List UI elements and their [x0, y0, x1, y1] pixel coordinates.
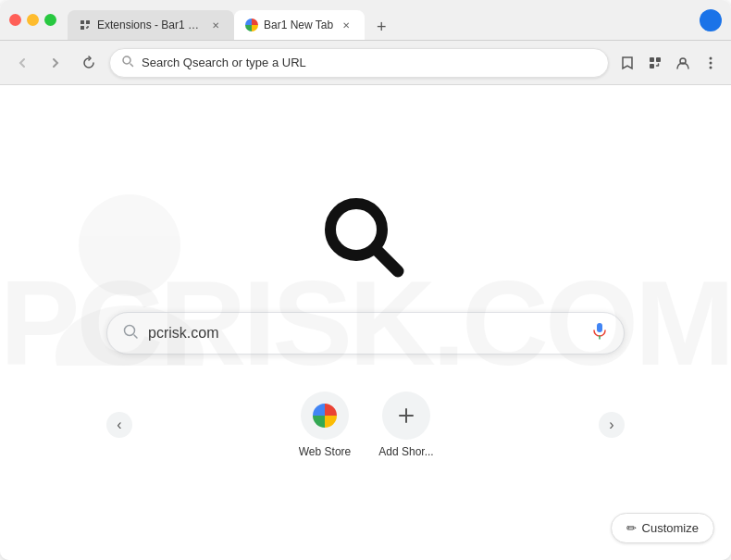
- newtab-content: PCRISK.COM: [0, 85, 731, 560]
- svg-point-10: [710, 66, 712, 68]
- svg-rect-6: [650, 64, 654, 68]
- tab-bar1-favicon: [245, 19, 258, 31]
- mic-icon[interactable]: [590, 321, 609, 344]
- shortcut-webstore-label: Web Store: [299, 445, 351, 458]
- shortcut-add[interactable]: Add Shor...: [373, 392, 440, 458]
- customize-label: Customize: [642, 521, 699, 535]
- minimize-window-button[interactable]: [27, 14, 39, 26]
- new-tab-button[interactable]: +: [368, 14, 394, 40]
- customize-button[interactable]: ✏ Customize: [611, 513, 714, 543]
- shortcut-add-icon: [382, 392, 430, 440]
- close-window-button[interactable]: [9, 14, 21, 26]
- svg-rect-15: [597, 323, 602, 332]
- bookmark-button[interactable]: [616, 52, 638, 74]
- svg-point-3: [123, 56, 130, 64]
- large-search-icon: [315, 188, 416, 293]
- address-search-icon: [121, 55, 134, 70]
- shortcuts-list: Web Store Add Shor...: [155, 392, 576, 458]
- shortcuts-prev-button[interactable]: ‹: [106, 412, 132, 438]
- shortcuts-area: ‹ Web Store Add: [106, 392, 625, 458]
- extensions-button[interactable]: [644, 52, 666, 74]
- address-text: Search Qsearch or type a URL: [142, 56, 597, 69]
- browser-profile-button[interactable]: [700, 9, 722, 31]
- search-box[interactable]: [106, 312, 625, 355]
- tab-extensions[interactable]: Extensions - Bar1 New Tab ✕: [68, 10, 234, 40]
- shortcut-webstore[interactable]: Web Store: [291, 392, 358, 458]
- shortcut-webstore-icon: [301, 392, 349, 440]
- svg-point-9: [710, 61, 712, 64]
- toolbar: Search Qsearch or type a URL: [0, 41, 731, 85]
- tab-bar1-title: Bar1 New Tab: [264, 19, 333, 31]
- customize-icon: ✏: [626, 521, 637, 535]
- tab-list: Extensions - Bar1 New Tab ✕ Bar1 New Tab…: [68, 0, 700, 40]
- back-button[interactable]: [9, 50, 35, 76]
- forward-button[interactable]: [43, 50, 68, 76]
- search-input[interactable]: [148, 325, 581, 342]
- profile-button[interactable]: [672, 52, 694, 74]
- tab-extensions-favicon: [79, 19, 92, 31]
- tab-extensions-close[interactable]: ✕: [208, 18, 223, 32]
- browser-frame: Extensions - Bar1 New Tab ✕ Bar1 New Tab…: [0, 0, 731, 560]
- traffic-lights: [9, 14, 56, 26]
- shortcut-add-label: Add Shor...: [378, 445, 433, 458]
- search-box-icon: [122, 323, 139, 343]
- title-bar: Extensions - Bar1 New Tab ✕ Bar1 New Tab…: [0, 0, 731, 41]
- tab-bar1-newtab[interactable]: Bar1 New Tab ✕: [234, 10, 365, 40]
- svg-rect-1: [86, 20, 90, 24]
- svg-point-11: [79, 194, 180, 296]
- maximize-window-button[interactable]: [44, 14, 56, 26]
- svg-point-14: [125, 325, 135, 335]
- svg-rect-4: [650, 57, 654, 62]
- shortcuts-next-button[interactable]: ›: [599, 412, 625, 438]
- tab-bar1-close[interactable]: ✕: [339, 18, 353, 32]
- reload-button[interactable]: [76, 50, 102, 76]
- profile-avatar: [700, 9, 722, 31]
- tab-extensions-title: Extensions - Bar1 New Tab: [97, 19, 203, 31]
- svg-rect-5: [656, 57, 661, 62]
- svg-rect-0: [81, 20, 84, 24]
- toolbar-actions: [616, 52, 722, 74]
- menu-button[interactable]: [700, 52, 722, 74]
- svg-point-8: [710, 56, 712, 59]
- address-bar[interactable]: Search Qsearch or type a URL: [109, 48, 609, 78]
- svg-rect-2: [81, 26, 84, 30]
